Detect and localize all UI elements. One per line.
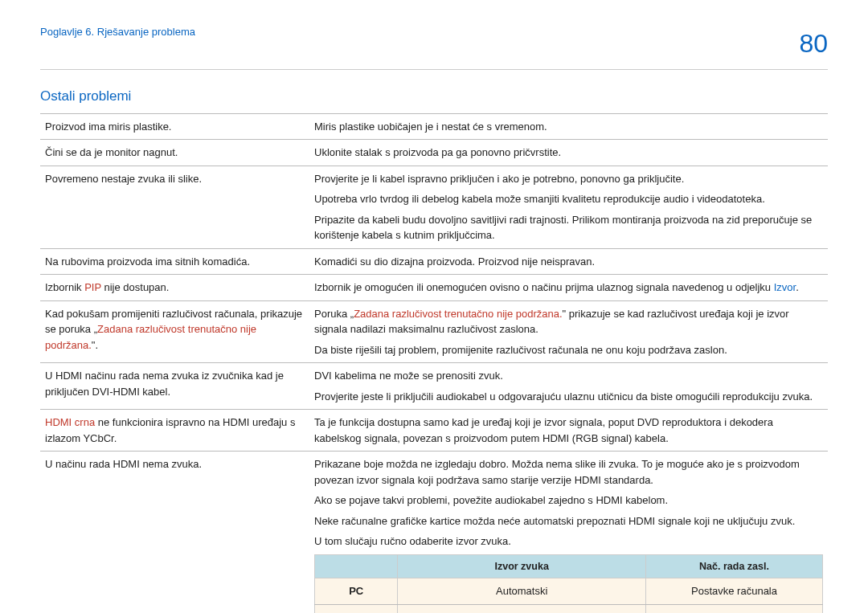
desc-cell: Prikazane boje možda ne izgledaju dobro.… [309, 452, 828, 614]
table-row: Čini se da je monitor nagnut. Uklonite s… [40, 140, 828, 166]
issue-red: HDMI crna [45, 416, 95, 428]
desc-red-inline: Zadana razlučivost trenutačno nije podrž… [354, 308, 562, 320]
desc-cell: Poruka „Zadana razlučivost trenutačno ni… [309, 300, 828, 363]
issue-cell: Izbornik PIP nije dostupan. [40, 275, 309, 301]
desc-cell: Uklonite stalak s proizvoda pa ga ponovn… [309, 140, 828, 166]
table-row: Izbornik PIP nije dostupan. Izbornik je … [40, 275, 828, 301]
desc-cell: Provjerite je li kabel ispravno priključ… [309, 166, 828, 248]
desc-para: Upotreba vrlo tvrdog ili debelog kabela … [314, 191, 823, 207]
section-title: Ostali problemi [40, 86, 828, 107]
page-header: Poglavlje 6. Rješavanje problema 80 [40, 24, 828, 63]
issue-text: nije dostupan. [101, 281, 170, 293]
sub-td: Audioulaz (stereopriključci) [398, 604, 646, 613]
desc-para: Da biste riješili taj problem, promijeni… [314, 342, 823, 358]
desc-para: Provjerite jeste li priključili audiokab… [314, 389, 823, 405]
issue-cell: Proizvod ima miris plastike. [40, 113, 309, 140]
desc-text: . [796, 281, 799, 293]
issue-cell: Kad pokušam promijeniti razlučivost raču… [40, 300, 309, 363]
issue-cell: Povremeno nestaje zvuka ili slike. [40, 166, 309, 248]
desc-para: U tom slučaju ručno odaberite izvor zvuk… [314, 533, 823, 550]
desc-cell: DVI kabelima ne može se prenositi zvuk. … [309, 363, 828, 410]
desc-cell: Izbornik je omogućen ili onemogućen ovis… [309, 275, 828, 301]
sub-td: Postavke računala [646, 604, 823, 613]
desc-para: Pripazite da kabeli budu dovoljno savitl… [314, 212, 823, 243]
table-row: U načinu rada HDMI nema zvuka. Prikazane… [40, 452, 828, 614]
desc-cell: Komadići su dio dizajna proizvoda. Proiz… [309, 248, 828, 275]
sub-th-mode: Nač. rada zasl. [646, 554, 823, 578]
issue-text: ". [92, 339, 98, 351]
desc-para: Provjerite je li kabel ispravno priključ… [314, 171, 823, 187]
sub-table-row: PC Automatski Postavke računala [315, 578, 823, 605]
header-divider [40, 69, 828, 70]
table-row: Na rubovima proizvoda ima sitnih komadić… [40, 248, 828, 275]
issue-red: PIP [84, 281, 101, 293]
sub-th-source: Izvor zvuka [398, 554, 646, 578]
sub-table-header-row: Izvor zvuka Nač. rada zasl. [315, 554, 823, 578]
table-row: Proizvod ima miris plastike. Miris plast… [40, 113, 828, 140]
problems-table: Proizvod ima miris plastike. Miris plast… [40, 113, 828, 614]
issue-text: Izbornik [45, 281, 84, 293]
chapter-title: Poglavlje 6. Rješavanje problema [40, 24, 195, 40]
sub-td: DVI PC [315, 604, 398, 613]
issue-cell: U HDMI načinu rada nema zvuka iz zvučnik… [40, 363, 309, 410]
sub-th-empty [315, 554, 398, 578]
issue-cell: Na rubovima proizvoda ima sitnih komadić… [40, 248, 309, 275]
desc-para: Poruka „Zadana razlučivost trenutačno ni… [314, 306, 823, 337]
desc-para: Prikazane boje možda ne izgledaju dobro.… [314, 456, 823, 488]
desc-link: Izvor [774, 281, 796, 293]
desc-cell: Miris plastike uobičajen je i nestat će … [309, 113, 828, 140]
desc-para: Neke računalne grafičke kartice možda ne… [314, 513, 823, 529]
issue-cell: HDMI crna ne funkcionira ispravno na HDM… [40, 410, 309, 452]
audio-source-table: Izvor zvuka Nač. rada zasl. PC Automatsk… [314, 554, 823, 614]
issue-cell: Čini se da je monitor nagnut. [40, 140, 309, 166]
desc-para: Ako se pojave takvi problemi, povežite a… [314, 492, 823, 509]
sub-table-row: DVI PC Audioulaz (stereopriključci) Post… [315, 604, 823, 613]
sub-td: Automatski [398, 578, 646, 605]
page-number: 80 [799, 24, 828, 63]
sub-td: Postavke računala [646, 578, 823, 605]
table-row: HDMI crna ne funkcionira ispravno na HDM… [40, 410, 828, 452]
issue-cell: U načinu rada HDMI nema zvuka. [40, 452, 309, 614]
desc-text: Izbornik je omogućen ili onemogućen ovis… [314, 281, 774, 293]
table-row: Povremeno nestaje zvuka ili slike. Provj… [40, 166, 828, 248]
desc-cell: Ta je funkcija dostupna samo kad je uređ… [309, 410, 828, 452]
desc-para: DVI kabelima ne može se prenositi zvuk. [314, 368, 823, 384]
table-row: Kad pokušam promijeniti razlučivost raču… [40, 300, 828, 363]
table-row: U HDMI načinu rada nema zvuka iz zvučnik… [40, 363, 828, 410]
sub-td: PC [315, 578, 398, 605]
